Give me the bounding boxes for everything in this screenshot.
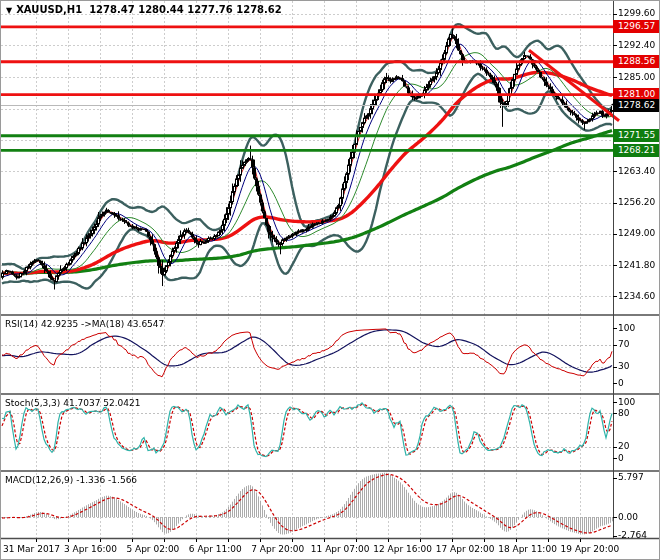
chart-window: ▼XAUUSD,H1 1278.47 1280.44 1277.76 1278.… <box>0 0 660 560</box>
price-axis[interactable] <box>613 1 660 539</box>
chart-canvas[interactable] <box>1 1 660 560</box>
time-axis[interactable] <box>1 539 660 560</box>
